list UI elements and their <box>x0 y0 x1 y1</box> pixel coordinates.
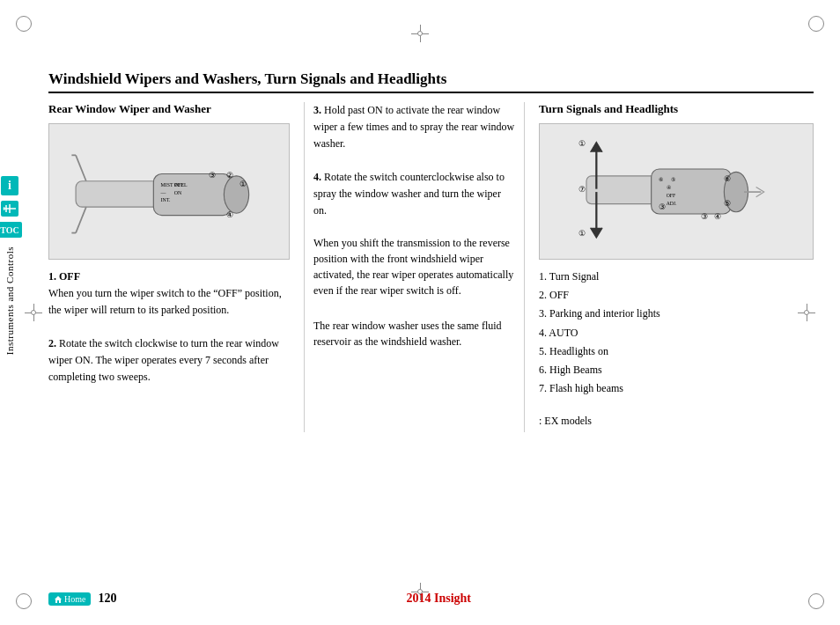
wiper-diagram-box: MIST PULL — INT. OFF ON ③ ② ① ④ <box>48 123 290 260</box>
svg-line-17 <box>76 207 86 232</box>
title-bar: Windshield Wipers and Washers, Turn Sign… <box>48 70 814 93</box>
main-content: Windshield Wipers and Washers, Turn Sign… <box>48 70 814 572</box>
wiper-switch-diagram: MIST PULL — INT. OFF ON ③ ② ① ④ <box>49 124 289 259</box>
turn-signal-diagram: ① ① ⑦ ⑥ ⑤ ④ OFF ADJ. ③ ⑥ ⑤ ④ ③ <box>540 124 813 259</box>
svg-text:④: ④ <box>667 185 671 190</box>
footer: Home 120 2014 Insight <box>48 592 814 606</box>
svg-text:①: ① <box>239 180 247 188</box>
corner-mark-tr <box>798 16 824 42</box>
footer-left: Home 120 <box>48 592 116 606</box>
svg-text:④: ④ <box>226 210 233 219</box>
right-item-2: 2. OFF <box>539 287 814 304</box>
right-item-5: 5. Headlights on <box>539 343 814 360</box>
section-label: Instruments and Controls <box>4 246 15 355</box>
right-column: Turn Signals and Headlights <box>524 102 814 432</box>
svg-text:⑤: ⑤ <box>724 199 731 208</box>
home-badge[interactable]: Home <box>48 592 91 606</box>
svg-marker-37 <box>55 596 62 603</box>
right-item-3: 3. Parking and interior lights <box>539 305 814 322</box>
page-title: Windshield Wipers and Washers, Turn Sign… <box>48 70 446 87</box>
svg-text:①: ① <box>578 229 586 238</box>
svg-text:③: ③ <box>209 171 216 180</box>
mid-item-3: 3. Hold past ON to activate the rear win… <box>313 102 515 153</box>
wiper-icon <box>3 203 17 214</box>
side-tab: i TOC Instruments and Controls <box>0 176 19 355</box>
svg-text:③: ③ <box>701 212 708 221</box>
svg-text:ADJ.: ADJ. <box>667 201 677 206</box>
mid-paragraph-2: The rear window washer uses the same flu… <box>313 318 515 349</box>
mid-item-4: 4. Rotate the switch counterclockwise al… <box>313 169 515 220</box>
svg-text:⑥: ⑥ <box>724 174 731 183</box>
footer-vehicle: 2014 Insight <box>406 592 471 606</box>
mid-column: 3. Hold past ON to activate the rear win… <box>304 102 524 432</box>
right-item-6: 6. High Beams <box>539 362 814 379</box>
crosshair-left <box>25 304 42 321</box>
right-items-list: 1. Turn Signal 2. OFF 3. Parking and int… <box>539 268 814 430</box>
svg-text:③: ③ <box>659 202 666 211</box>
left-item-2: 2. Rotate the switch clockwise to turn t… <box>48 335 290 386</box>
content-grid: Rear Window Wiper and Washer MIST PULL —… <box>48 102 814 432</box>
turn-signal-diagram-box: ① ① ⑦ ⑥ ⑤ ④ OFF ADJ. ③ ⑥ ⑤ ④ ③ <box>539 123 814 260</box>
svg-text:②: ② <box>226 171 233 180</box>
svg-text:OFF: OFF <box>667 193 675 198</box>
svg-text:ON: ON <box>174 190 182 195</box>
corner-mark-bl <box>16 583 42 609</box>
left-section-title: Rear Window Wiper and Washer <box>48 102 290 116</box>
svg-text:—: — <box>160 190 166 195</box>
wiper-icon-badge[interactable] <box>1 201 18 217</box>
svg-text:④: ④ <box>714 212 721 221</box>
svg-text:⑤: ⑤ <box>671 177 675 182</box>
right-note: : EX models <box>539 413 814 430</box>
svg-text:INT.: INT. <box>161 197 171 202</box>
home-icon <box>54 595 63 603</box>
svg-line-15 <box>76 155 86 180</box>
right-item-1: 1. Turn Signal <box>539 268 814 285</box>
crosshair-top <box>411 25 429 42</box>
svg-text:⑥: ⑥ <box>659 177 663 182</box>
mid-paragraph-1: When you shift the transmission to the r… <box>313 235 515 298</box>
svg-text:①: ① <box>578 139 586 148</box>
svg-text:⑦: ⑦ <box>578 185 586 194</box>
right-item-7: 7. Flash high beams <box>539 380 814 397</box>
toc-badge[interactable]: TOC <box>0 222 22 238</box>
page-number: 120 <box>98 592 116 606</box>
svg-text:OFF: OFF <box>174 182 185 188</box>
left-item-1: 1. OFF When you turn the wiper switch to… <box>48 268 290 320</box>
info-badge[interactable]: i <box>1 176 18 195</box>
right-item-4: 4. AUTO <box>539 325 814 342</box>
right-section-title: Turn Signals and Headlights <box>539 102 814 116</box>
left-column: Rear Window Wiper and Washer MIST PULL —… <box>48 102 304 432</box>
corner-mark-tl <box>16 16 42 42</box>
